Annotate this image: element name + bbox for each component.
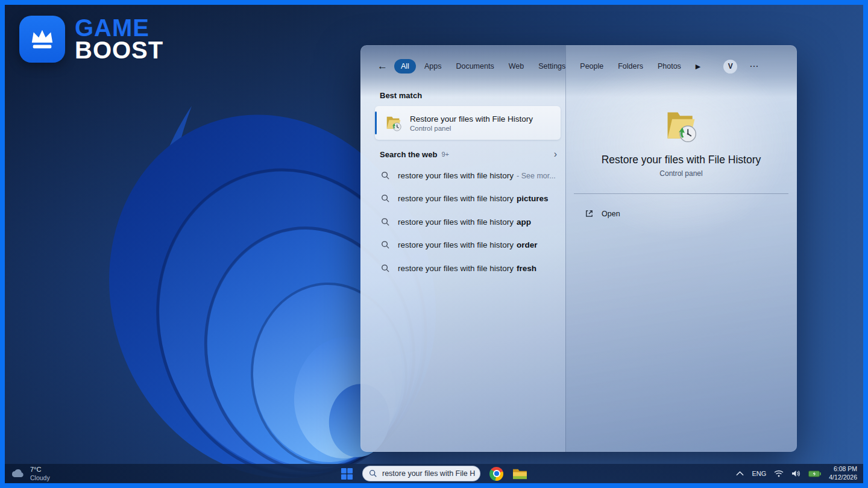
battery-icon[interactable] (808, 471, 821, 477)
file-explorer-icon[interactable] (512, 468, 527, 480)
more-options-icon[interactable]: ⋯ (749, 61, 759, 72)
taskbar-weather-widget[interactable]: 7°C Cloudy (11, 466, 50, 481)
gameboost-wordmark: GAME BOOST (75, 17, 163, 61)
detail-title: Restore your files with File History (565, 154, 797, 166)
suggestion-row[interactable]: restore your files with file historyfres… (360, 257, 565, 280)
suggestion-row[interactable]: restore your files with file historyapp (360, 210, 565, 234)
search-the-web-row[interactable]: Search the web 9+ › (380, 149, 557, 159)
taskbar: 7°C Cloudy restore your files with File … (5, 464, 863, 483)
open-action[interactable]: Open (573, 205, 790, 222)
search-icon (381, 171, 390, 180)
tab-people[interactable]: People (574, 60, 609, 73)
suggestion-suffix: fresh (517, 264, 536, 273)
search-filter-tabbar: ← All Apps Documents Web Settings People… (377, 58, 785, 75)
chevron-right-icon[interactable]: › (554, 149, 557, 159)
suggestion-suffix: pictures (517, 194, 549, 203)
results-pane: Best match Restore your files with File … (360, 83, 565, 452)
suggestion-base: restore your files with file history (398, 217, 514, 227)
gameboost-crown-icon (19, 16, 65, 63)
best-match-texts: Restore your files with File History Con… (410, 114, 533, 132)
tray-time: 6:08 PM (829, 465, 857, 474)
weather-texts: 7°C Cloudy (30, 466, 50, 481)
web-suggestions-list: restore your files with file history- Se… (360, 164, 565, 280)
search-web-count-badge: 9+ (441, 151, 449, 158)
best-match-result[interactable]: Restore your files with File History Con… (375, 106, 561, 140)
best-match-title: Restore your files with File History (410, 114, 533, 124)
search-icon (381, 217, 390, 227)
tray-date: 4/12/2026 (829, 474, 857, 482)
search-icon (381, 240, 390, 249)
search-panel: ← All Apps Documents Web Settings People… (360, 45, 797, 452)
search-icon (369, 469, 377, 478)
logo-boost-text: BOOST (75, 39, 163, 61)
detail-subtitle: Control panel (565, 169, 797, 178)
detail-divider (574, 193, 788, 194)
tabs-overflow-icon[interactable]: ▶ (696, 63, 700, 70)
start-button-icon[interactable] (341, 468, 353, 480)
taskbar-search-box[interactable]: restore your files with File H (362, 466, 480, 481)
search-icon (381, 194, 390, 203)
tab-apps[interactable]: Apps (418, 60, 448, 73)
volume-icon[interactable] (791, 470, 800, 477)
taskbar-center: restore your files with File H (341, 466, 527, 481)
suggestion-suffix: app (517, 217, 531, 227)
wifi-icon[interactable] (774, 470, 784, 477)
tray-chevron-up-icon[interactable] (736, 471, 744, 476)
taskbar-tray: ENG 6:08 PM 4/12/2026 (736, 465, 857, 481)
selection-indicator (375, 111, 377, 134)
tab-folders[interactable]: Folders (612, 60, 649, 73)
detail-pane: Restore your files with File History Con… (565, 83, 797, 452)
suggestion-base: restore your files with file history (398, 194, 514, 203)
file-history-large-icon (663, 109, 699, 144)
taskbar-search-text: restore your files with File H (382, 469, 475, 478)
search-web-heading: Search the web (380, 150, 437, 159)
gameboost-logo: GAME BOOST (19, 16, 163, 63)
tab-photos[interactable]: Photos (652, 60, 687, 73)
weather-condition: Cloudy (30, 474, 50, 481)
language-indicator[interactable]: ENG (752, 470, 766, 477)
suggestion-row[interactable]: restore your files with file historyorde… (360, 234, 565, 257)
tab-web[interactable]: Web (503, 60, 530, 73)
cloud-icon (11, 469, 25, 478)
suggestion-base: restore your files with file history (398, 171, 514, 180)
search-icon (381, 264, 390, 273)
open-label: Open (602, 210, 620, 218)
back-arrow-icon[interactable]: ← (377, 60, 394, 72)
filter-tabs: All Apps Documents Web Settings People F… (394, 59, 687, 74)
logo-game-text: GAME (75, 17, 163, 39)
best-match-heading: Best match (380, 91, 565, 100)
open-external-icon (585, 209, 594, 218)
suggestion-row[interactable]: restore your files with file history- Se… (360, 164, 565, 187)
weather-temperature: 7°C (30, 466, 50, 474)
chrome-icon[interactable] (489, 467, 503, 481)
desktop: GAME BOOST ← All Apps Documents Web Sett… (0, 0, 868, 488)
tab-all[interactable]: All (394, 59, 416, 74)
best-match-subtitle: Control panel (410, 125, 533, 132)
tab-documents[interactable]: Documents (450, 60, 500, 73)
user-avatar[interactable]: V (723, 60, 737, 74)
tray-clock[interactable]: 6:08 PM 4/12/2026 (829, 465, 857, 481)
suggestion-base: restore your files with file history (398, 264, 514, 273)
file-history-icon (385, 114, 403, 132)
tab-settings[interactable]: Settings (532, 60, 571, 73)
suggestion-base: restore your files with file history (398, 240, 514, 249)
suggestion-row[interactable]: restore your files with file historypict… (360, 187, 565, 211)
suggestion-suffix: order (517, 240, 538, 249)
suggestion-suffix: - See mor... (517, 172, 556, 180)
